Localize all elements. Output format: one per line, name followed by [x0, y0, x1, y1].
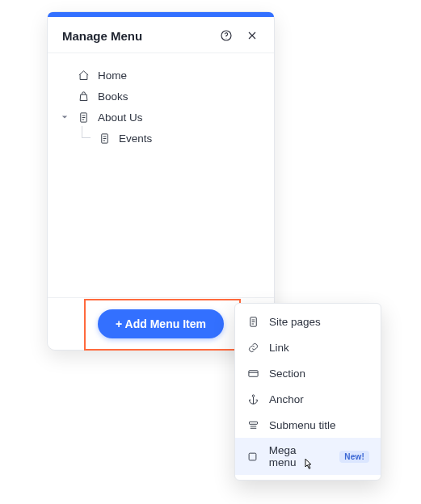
panel-header: Manage Menu — [48, 17, 274, 53]
new-badge: New! — [339, 451, 369, 463]
dropdown-item-section[interactable]: Section — [235, 360, 381, 386]
tree-item-books[interactable]: Books — [59, 86, 266, 107]
section-icon — [246, 367, 259, 380]
panel-header-actions — [219, 28, 259, 43]
dropdown-item-submenu-title[interactable]: Submenu title — [235, 412, 381, 438]
dropdown-item-link[interactable]: Link — [235, 334, 381, 360]
dropdown-item-mega-menu[interactable]: Mega menu New! — [235, 438, 381, 475]
link-icon — [246, 341, 259, 354]
svg-rect-5 — [248, 370, 257, 376]
dropdown-item-label: Mega menu — [269, 444, 326, 468]
panel-title: Manage Menu — [62, 29, 142, 43]
dropdown-item-label: Submenu title — [269, 419, 336, 431]
dropdown-item-label: Site pages — [269, 316, 321, 328]
manage-menu-panel: Manage Menu Home Books — [47, 11, 275, 351]
page-icon — [77, 111, 90, 124]
add-menu-item-dropdown: Site pages Link Section Anchor Submenu t… — [234, 303, 381, 481]
svg-rect-8 — [249, 453, 256, 460]
close-icon[interactable] — [245, 28, 259, 43]
dropdown-item-label: Anchor — [269, 393, 304, 405]
tree-item-label: Books — [98, 90, 128, 103]
tree-item-events[interactable]: Events — [59, 128, 266, 149]
dropdown-item-label: Link — [269, 342, 289, 354]
svg-rect-7 — [249, 422, 257, 424]
tree-connector — [82, 126, 91, 138]
page-icon — [246, 315, 259, 328]
tree-item-label: Home — [98, 69, 127, 82]
dropdown-item-site-pages[interactable]: Site pages — [235, 309, 381, 334]
square-icon — [246, 450, 259, 463]
svg-point-6 — [252, 394, 255, 397]
submenu-icon — [246, 418, 259, 431]
dropdown-item-label: Section — [269, 368, 305, 380]
add-menu-item-button[interactable]: + Add Menu Item — [98, 309, 224, 338]
bag-icon — [77, 90, 90, 103]
tree-item-label: About Us — [98, 111, 143, 124]
anchor-icon — [246, 393, 259, 405]
dropdown-item-anchor[interactable]: Anchor — [235, 386, 381, 412]
tree-item-home[interactable]: Home — [59, 65, 266, 86]
tree-item-about-us[interactable]: About Us — [59, 107, 266, 128]
menu-tree: Home Books About Us Events — [48, 53, 274, 155]
home-icon — [77, 69, 90, 82]
chevron-down-icon[interactable] — [61, 113, 69, 121]
svg-point-1 — [226, 38, 227, 39]
tree-item-label: Events — [119, 132, 152, 145]
help-icon[interactable] — [219, 28, 234, 43]
page-icon — [98, 132, 111, 145]
